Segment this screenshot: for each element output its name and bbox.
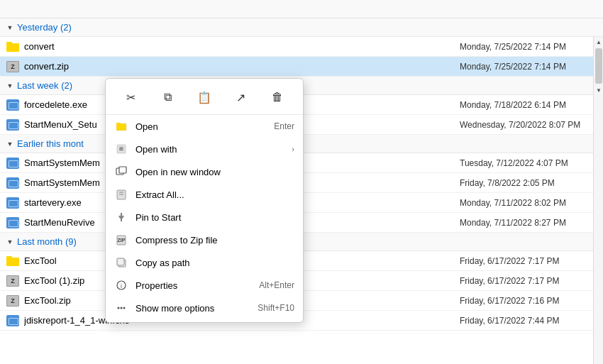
file-icon-convert-zip <box>6 60 20 74</box>
group-label: Earlier this mont <box>17 138 84 149</box>
context-menu-icon-bar: ✂⧉📋↗🗑 <box>106 82 303 115</box>
menu-label-show-more: Show more options <box>135 303 258 314</box>
submenu-arrow: › <box>292 145 294 153</box>
scroll-up-button[interactable]: ▲ <box>594 37 603 47</box>
svg-text:ZIP: ZIP <box>118 238 126 243</box>
menu-icon-pin-to-start <box>114 210 128 224</box>
svg-point-19 <box>123 307 126 309</box>
file-icon-convert <box>6 40 20 54</box>
file-date: Tuesday, 7/12/2022 4:07 PM <box>460 158 587 168</box>
ctx-icon-share[interactable]: ↗ <box>228 86 254 109</box>
expand-icon: ▼ <box>6 82 14 89</box>
menu-icon-properties: i <box>114 278 128 292</box>
expand-icon: ▼ <box>6 24 14 31</box>
menu-icon-open-new-window <box>114 165 128 179</box>
ctx-menu-item-extract-all[interactable]: Extract All... <box>106 183 303 206</box>
ctx-icon-delete[interactable]: 🗑 <box>265 86 290 109</box>
ctx-menu-item-copy-path[interactable]: Copy as path <box>106 251 303 274</box>
column-headers <box>0 0 603 18</box>
vertical-scrollbar[interactable]: ▲ ▼ <box>593 37 603 364</box>
file-name: convert <box>24 41 460 52</box>
explorer-window: ▼Yesterday (2) convert Monday, 7/25/2022… <box>0 0 603 364</box>
svg-rect-1 <box>116 123 121 125</box>
ctx-menu-item-show-more[interactable]: Show more options Shift+F10 <box>106 297 303 319</box>
menu-icon-show-more <box>114 301 128 315</box>
file-date: Monday, 7/18/2022 6:14 PM <box>460 100 587 110</box>
file-date: Friday, 6/17/2022 7:17 PM <box>460 256 587 266</box>
file-date: Friday, 6/17/2022 7:44 PM <box>460 316 587 326</box>
file-icon-forcedelete <box>6 98 20 112</box>
group-header-yesterday[interactable]: ▼Yesterday (2) <box>0 18 603 37</box>
file-icon-exctool-zip <box>6 294 20 308</box>
file-date: Wednesday, 7/20/2022 8:07 PM <box>460 120 587 130</box>
shortcut-properties: Alt+Enter <box>259 280 294 290</box>
menu-label-open-with: Open with <box>135 144 292 155</box>
file-icon-startmenurevive <box>6 216 20 230</box>
menu-label-properties: Properties <box>135 280 259 291</box>
svg-rect-14 <box>117 258 124 265</box>
ctx-menu-item-open-with[interactable]: ⊞ Open with › <box>106 138 303 160</box>
file-date: Monday, 7/11/2022 8:27 PM <box>460 218 587 228</box>
menu-label-open-new-window: Open in new window <box>135 167 294 177</box>
menu-icon-open-with: ⊞ <box>114 142 128 156</box>
ctx-menu-item-compress-zip[interactable]: ZIP Compress to Zip file <box>106 228 303 251</box>
shortcut-show-more: Shift+F10 <box>258 303 294 313</box>
ctx-menu-item-open[interactable]: Open Enter <box>106 115 303 138</box>
menu-icon-copy-path <box>114 255 128 270</box>
file-icon-smartsystemmem2 <box>6 176 20 190</box>
file-row[interactable]: convert.zip Monday, 7/25/2022 7:14 PM <box>0 57 603 77</box>
menu-label-pin-to-start: Pin to Start <box>135 212 294 223</box>
group-label: Last week (2) <box>17 80 72 91</box>
ctx-icon-copy[interactable]: ⧉ <box>155 86 180 109</box>
file-date: Friday, 7/8/2022 2:05 PM <box>460 178 587 188</box>
file-date: Friday, 6/17/2022 7:16 PM <box>460 296 587 306</box>
scroll-down-button[interactable]: ▼ <box>594 85 603 95</box>
context-menu: ✂⧉📋↗🗑 Open Enter ⊞ Open with › Open in n… <box>105 78 304 323</box>
file-icon-exctool <box>6 254 20 268</box>
svg-marker-10 <box>118 216 124 219</box>
group-label: Yesterday (2) <box>17 22 72 33</box>
file-icon-smartsystemmem1 <box>6 156 20 170</box>
group-label: Last month (9) <box>17 236 77 247</box>
file-date: Monday, 7/25/2022 7:14 PM <box>460 62 587 72</box>
file-date: Monday, 7/25/2022 7:14 PM <box>460 42 587 52</box>
menu-icon-extract-all <box>114 187 128 202</box>
menu-label-compress-zip: Compress to Zip file <box>135 235 294 246</box>
menu-icon-open <box>114 119 128 133</box>
shortcut-open: Enter <box>274 121 294 131</box>
menu-icon-compress-zip: ZIP <box>114 233 128 247</box>
menu-label-copy-path: Copy as path <box>135 258 294 268</box>
expand-icon: ▼ <box>6 238 14 246</box>
svg-point-18 <box>121 307 123 309</box>
svg-point-17 <box>118 307 120 309</box>
svg-text:i: i <box>121 282 122 289</box>
menu-label-extract-all: Extract All... <box>135 189 294 200</box>
file-icon-exctool1 <box>6 274 20 288</box>
file-date: Monday, 7/11/2022 8:02 PM <box>460 198 587 208</box>
file-name: convert.zip <box>24 61 460 72</box>
ctx-menu-item-pin-to-start[interactable]: Pin to Start <box>106 206 303 228</box>
file-icon-jdiskreport <box>6 314 20 328</box>
file-row[interactable]: convert Monday, 7/25/2022 7:14 PM <box>0 37 603 57</box>
ctx-icon-paste[interactable]: 📋 <box>192 86 217 109</box>
svg-rect-5 <box>119 167 126 173</box>
svg-text:⊞: ⊞ <box>119 146 123 151</box>
scroll-thumb[interactable] <box>595 48 602 84</box>
menu-label-open: Open <box>135 121 274 132</box>
expand-icon: ▼ <box>6 140 14 148</box>
ctx-menu-item-properties[interactable]: i Properties Alt+Enter <box>106 274 303 297</box>
file-icon-startmenux <box>6 118 20 132</box>
ctx-menu-item-open-new-window[interactable]: Open in new window <box>106 160 303 183</box>
file-date: Friday, 6/17/2022 7:17 PM <box>460 276 587 286</box>
file-icon-startevery <box>6 196 20 210</box>
ctx-icon-cut[interactable]: ✂ <box>118 86 144 109</box>
